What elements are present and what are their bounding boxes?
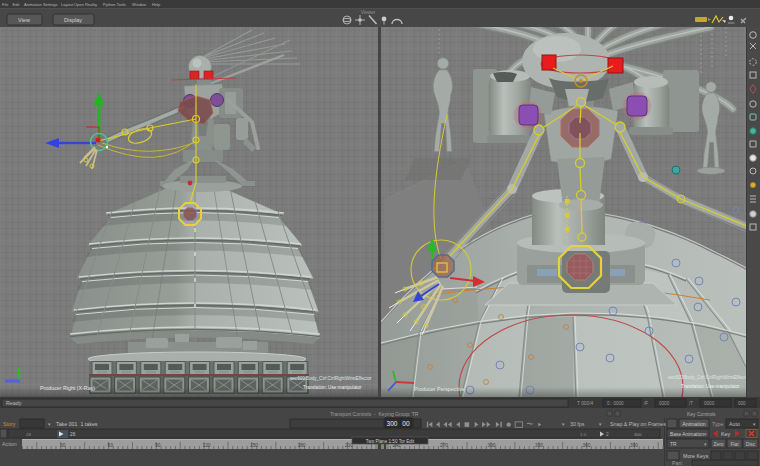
svg-text:Translation: Use manipulator: Translation: Use manipulator [681,384,740,389]
svg-text:Producer Right (X-Ray): Producer Right (X-Ray) [40,385,95,391]
svg-text:Base Animation: Base Animation [670,432,704,437]
svg-text:0 : 0000: 0 : 0000 [607,401,624,406]
svg-text:View: View [18,17,30,23]
svg-text:/T: /T [689,401,693,406]
svg-text:Zero: Zero [713,442,723,447]
svg-text:▼: ▼ [703,432,707,437]
svg-text:Story: Story [3,421,16,427]
svg-text:/F: /F [644,401,648,406]
svg-text:360: 360 [582,443,590,448]
svg-text:Viewer: Viewer [361,10,376,15]
svg-text:TR: TR [670,442,677,447]
svg-text:Key Controls: Key Controls [687,411,716,417]
svg-text:▼: ▼ [703,442,707,447]
svg-text:▼: ▼ [752,422,756,427]
svg-text:Animation: Animation [682,421,706,427]
svg-text:26: 26 [70,432,76,437]
svg-text:120: 120 [202,443,210,448]
svg-text:180: 180 [297,443,305,448]
svg-text:Animation: Animation [24,2,42,7]
svg-text:30: 30 [60,443,66,448]
svg-text:2: 2 [606,432,609,437]
svg-text:T 000/4: T 000/4 [577,401,594,406]
svg-text:1:0: 1:0 [580,432,587,437]
svg-text:300: 300 [634,432,642,437]
svg-text:0000: 0000 [704,401,715,406]
svg-text:Disc: Disc [746,442,756,447]
svg-text:00: 00 [402,420,410,427]
svg-text:Open Reality: Open Reality [74,2,97,7]
svg-text:File: File [2,2,9,7]
svg-text:sec600/Body_Ctrl:CtrlRightWris: sec600/Body_Ctrl:CtrlRightWristEffector [668,375,750,380]
svg-text:Action: Action [2,441,17,447]
svg-text:Part:: Part: [672,460,683,466]
svg-text:30 fps: 30 fps [570,421,585,427]
svg-text:Snap & Play on Frames ▼: Snap & Play on Frames ▼ [610,421,673,427]
svg-text:Type: Type [712,421,724,427]
svg-text:Producer Perspective: Producer Perspective [414,386,465,392]
svg-text:000: 000 [738,401,746,406]
svg-text:Python Tools: Python Tools [103,2,126,7]
svg-text:150: 150 [250,443,258,448]
svg-text:Auto: Auto [729,421,740,427]
svg-text:Transport Controls - Keying: Transport Controls - Keying Group: TR [330,411,419,417]
svg-text:300: 300 [487,443,495,448]
svg-text:▼: ▼ [598,422,602,427]
svg-text:Ready: Ready [6,400,22,406]
svg-text:Key: Key [721,431,730,437]
svg-text:Help: Help [152,2,161,7]
svg-text:330: 330 [535,443,543,448]
svg-text:0000: 0000 [659,401,670,406]
svg-text:sec600/Body_Ctrl:CtrlRightWris: sec600/Body_Ctrl:CtrlRightWristEffector [290,376,372,381]
svg-text:28: 28 [26,432,31,437]
svg-text:Settings: Settings [43,2,57,7]
svg-text:▼: ▼ [561,422,565,427]
svg-text:90: 90 [155,443,161,448]
svg-text:300: 300 [386,420,397,427]
svg-text:390: 390 [630,443,638,448]
svg-text:More Keys: More Keys [683,453,709,459]
svg-text:Edit: Edit [13,2,21,7]
svg-text:Flat: Flat [730,442,739,447]
svg-text:270: 270 [440,443,448,448]
svg-text:Take 001 1 takes: Take 001 1 takes [56,421,98,427]
svg-text:Translation: Use manipulator: Translation: Use manipulator [303,385,362,390]
svg-text:Display: Display [64,17,82,23]
svg-text:Window: Window [132,2,146,7]
svg-text:Layout: Layout [61,2,74,7]
svg-text:60: 60 [107,443,113,448]
svg-text:▼: ▼ [47,422,51,427]
svg-text:Two Plane 1:50 Tor Edit: Two Plane 1:50 Tor Edit [366,439,415,444]
